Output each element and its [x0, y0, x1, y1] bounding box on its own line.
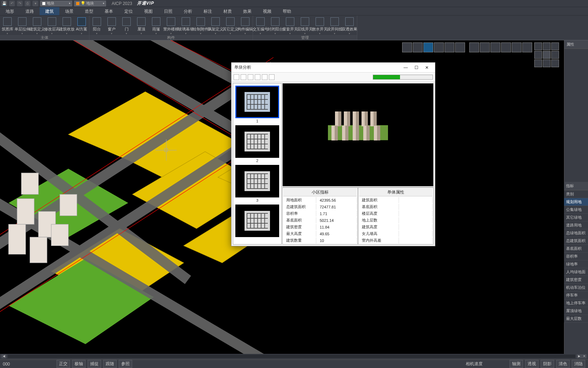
dlg-tool-3[interactable] — [248, 74, 253, 80]
metric-停车率[interactable]: 停车率 — [564, 292, 588, 299]
view-persp[interactable]: 透视 — [525, 360, 539, 368]
ribbon-tool-交互编号[interactable]: 交互编号▾ — [253, 16, 268, 35]
menu-shape[interactable]: 造型 — [79, 7, 99, 15]
minimize-button[interactable]: — — [400, 63, 411, 72]
ribbon-tool-封闭阳台[interactable]: 封闭阳台▾ — [268, 16, 283, 35]
menu-view[interactable]: 视图 — [139, 7, 158, 15]
vip-button[interactable]: 开通VIP — [137, 0, 154, 6]
ribbon-tool-修改层高[interactable]: 修改层高▾ — [45, 16, 59, 35]
thumbnail-list[interactable]: 1 2 3 — [233, 83, 282, 245]
dlg-tool-2[interactable] — [241, 74, 246, 80]
nav-nw[interactable] — [534, 42, 542, 50]
dlg-tool-1[interactable] — [234, 74, 239, 80]
toggle-ortho[interactable]: 正交 — [57, 360, 70, 368]
menu-material[interactable]: 材质 — [218, 7, 237, 15]
view-tool-12[interactable] — [522, 42, 532, 52]
save-icon[interactable]: 💾 — [1, 1, 7, 6]
nav-ne[interactable] — [551, 42, 559, 50]
metric-基底面积[interactable]: 基底面积 — [564, 245, 588, 253]
ribbon-tool-阳台[interactable]: 阳台▾ — [89, 16, 104, 35]
view-tool-3[interactable] — [423, 42, 433, 52]
view-tool-5[interactable] — [445, 42, 454, 52]
toggle-track[interactable]: 跟随 — [103, 360, 117, 368]
view-tool-11[interactable] — [512, 42, 522, 52]
ribbon-tool-筑图库[interactable]: 筑图库▾ — [0, 16, 15, 35]
nav-e[interactable] — [551, 51, 559, 59]
ribbon-tool-单层拉伸[interactable]: 单层拉伸▾ — [15, 16, 30, 35]
ribbon-tool-屋顶[interactable]: 屋顶▾ — [134, 16, 149, 35]
thumb-3[interactable]: 3 — [235, 165, 279, 202]
nav-n[interactable] — [543, 42, 551, 50]
view-clear[interactable]: 清色 — [556, 360, 570, 368]
metric-容积率[interactable]: 容积率 — [564, 253, 588, 260]
menu-scene[interactable]: 场景 — [59, 7, 79, 15]
scroll-right[interactable]: ▶ — [577, 354, 582, 358]
view-axon[interactable]: 轴测 — [510, 360, 523, 368]
metric-屋顶绿地[interactable]: 屋顶绿地 — [564, 307, 588, 315]
thumb-1[interactable]: 1 — [235, 86, 279, 123]
layer-combo-2[interactable]: 💡地块▾ — [74, 1, 106, 6]
metric-总建筑面积[interactable]: 总建筑面积 — [564, 237, 588, 245]
h-scrollbar[interactable]: ◀ ▶ ✕ — [0, 354, 588, 359]
undo-icon[interactable]: ↶ — [9, 1, 15, 6]
menu-analyze[interactable]: 分析 — [178, 7, 198, 15]
metric-规划用地[interactable]: 规划用地 — [564, 198, 588, 206]
metric-公集绿地[interactable]: 公集绿地 — [564, 206, 588, 214]
dlg-tool-6[interactable] — [269, 74, 275, 80]
menu-terrain[interactable]: 地形 — [0, 7, 20, 15]
scroll-left[interactable]: ◀ — [1, 354, 6, 358]
ribbon-tool-构件编辑[interactable]: 构件编辑▾ — [238, 16, 253, 35]
metric-其它绿地[interactable]: 其它绿地 — [564, 214, 588, 222]
ribbon-tool-玻璃幕墙[interactable]: 玻璃幕墙▾ — [178, 16, 193, 35]
menu-help[interactable]: 帮助 — [277, 7, 297, 15]
view-hidden[interactable]: 消隐 — [572, 360, 585, 368]
metric-绿地率[interactable]: 绿地率 — [564, 260, 588, 268]
ribbon-tool-窗户[interactable]: 窗户▾ — [104, 16, 119, 35]
metric-类别[interactable]: 类别 — [564, 190, 588, 198]
ribbon-tool-建筑定义[interactable]: 建筑定义▾ — [30, 16, 45, 35]
nav-sw[interactable] — [534, 59, 542, 67]
ribbon-tool-层线开关[interactable]: 层线开关▾ — [298, 16, 312, 35]
view-tool-6[interactable] — [455, 42, 465, 52]
view-tool-10[interactable] — [501, 42, 511, 52]
scroll-close[interactable]: ✕ — [582, 354, 587, 358]
view-tool-9[interactable] — [490, 42, 500, 52]
ribbon-tool-雨篷[interactable]: 雨篷▾ — [149, 16, 164, 35]
layer-combo-1[interactable]: 地块▾ — [40, 1, 72, 6]
menu-locate[interactable]: 定位 — [119, 7, 139, 15]
metric-机动车泊位[interactable]: 机动车泊位 — [564, 284, 588, 292]
dialog-titlebar[interactable]: 单块分析 — ☐ ✕ — [231, 63, 435, 73]
menu-building[interactable]: 建筑 — [40, 7, 59, 15]
ribbon-tool-绘制附件[interactable]: 绘制附件▾ — [193, 16, 208, 35]
redo-icon[interactable]: ↷ — [17, 1, 23, 6]
thumb-2[interactable]: 2 — [235, 125, 279, 163]
view-tool-8[interactable] — [480, 42, 490, 52]
ribbon-tool-窗套开关[interactable]: 窗套开关▾ — [283, 16, 298, 35]
maximize-button[interactable]: ☐ — [411, 63, 422, 72]
menu-basic[interactable]: 基本 — [99, 7, 119, 15]
dlg-tool-4[interactable] — [255, 74, 260, 80]
ribbon-tool-AI方案[interactable]: AI方案▾ — [74, 16, 89, 35]
menu-video[interactable]: 视频 — [257, 7, 277, 15]
ribbon-tool-双透效果[interactable]: 双透效果▾ — [342, 16, 357, 35]
ribbon-tool-散水开关[interactable]: 散水开关▾ — [312, 16, 327, 35]
nav-w[interactable] — [534, 51, 542, 59]
ribbon-tool-其它定义[interactable]: 其它定义▾ — [223, 16, 238, 35]
ribbon-tool-门[interactable]: 门▾ — [119, 16, 134, 35]
preview-3d[interactable] — [282, 83, 434, 186]
menu-effect[interactable]: 效果 — [237, 7, 257, 15]
ribbon-tool-建筑收放[interactable]: 建筑收放▾ — [59, 16, 74, 35]
print-icon[interactable]: ⎙ — [25, 1, 30, 6]
metric-人均绿地面[interactable]: 人均绿地面 — [564, 268, 588, 276]
toggle-polar[interactable]: 极轴 — [72, 360, 86, 368]
metric-总绿地面积[interactable]: 总绿地面积 — [564, 229, 588, 237]
view-tool-1[interactable] — [402, 42, 412, 52]
ribbon-tool-设开间线[interactable]: 设开间线▾ — [327, 16, 342, 35]
view-tool-7[interactable] — [469, 42, 479, 52]
toggle-snap[interactable]: 捕捉 — [88, 360, 101, 368]
dlg-tool-5[interactable] — [262, 74, 267, 80]
thumb-4[interactable] — [235, 205, 279, 237]
toggle-ref[interactable]: 参照 — [119, 360, 132, 368]
metric-地上停车率[interactable]: 地上停车率 — [564, 299, 588, 307]
metric-道路用地[interactable]: 道路用地 — [564, 222, 588, 229]
